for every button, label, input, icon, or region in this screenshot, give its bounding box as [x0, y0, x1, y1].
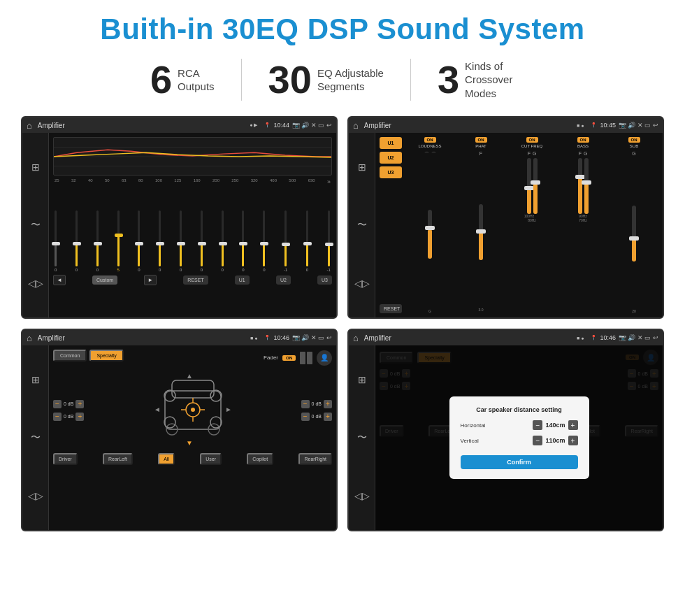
- eq-slider-13: -1: [327, 188, 331, 272]
- status-time-2: 10:45: [600, 122, 616, 129]
- vertical-minus[interactable]: −: [533, 436, 542, 445]
- sidebar-eq-icon-3[interactable]: ⊞: [31, 374, 40, 385]
- svg-text:►: ►: [225, 406, 232, 413]
- tab-common[interactable]: Common: [53, 350, 87, 361]
- location-icon-4: 📍: [591, 335, 597, 341]
- sidebar-wave-icon-3[interactable]: 〜: [31, 431, 41, 444]
- vertical-plus[interactable]: +: [568, 436, 578, 445]
- sidebar-vol-icon-2[interactable]: ◁▷: [354, 278, 370, 289]
- eq-reset-btn[interactable]: RESET: [183, 275, 208, 285]
- btn-copilot[interactable]: Copilot: [247, 453, 273, 465]
- btn-all[interactable]: All: [158, 453, 175, 465]
- svg-text:◄: ◄: [154, 406, 161, 413]
- screen1-content: ⊞ 〜 ◁▷: [22, 133, 336, 317]
- screen-distance: ⌂ Amplifier ■ ● 📍 10:46 📷 🔊 ✕ ▭ ↩ ⊞ 〜 ◁▷: [347, 329, 664, 531]
- btn-rearright[interactable]: RearRight: [298, 453, 332, 465]
- eq-play-btn[interactable]: ►: [144, 275, 157, 285]
- bass-on-badge: ON: [577, 137, 589, 143]
- preset-u2[interactable]: U2: [380, 152, 402, 164]
- home-icon-4[interactable]: ⌂: [353, 333, 359, 343]
- vertical-label: Vertical: [461, 438, 499, 444]
- bottom-left-minus[interactable]: −: [53, 413, 62, 421]
- stat-crossover: 3 Kinds ofCrossover Modes: [411, 59, 561, 101]
- sub-on-badge: ON: [628, 137, 640, 143]
- status-bar-4: ⌂ Amplifier ■ ● 📍 10:46 📷 🔊 ✕ ▭ ↩: [349, 330, 663, 345]
- loudness-slider[interactable]: [428, 210, 432, 259]
- eq-slider-5: 0: [159, 188, 161, 272]
- eq-slider-8: 0: [222, 188, 224, 272]
- sidebar-eq-icon[interactable]: ⊞: [31, 162, 40, 173]
- btn-user[interactable]: User: [200, 453, 222, 465]
- screen3-main: Common Specialty Fader ON 👤: [49, 345, 336, 530]
- sidebar-vol-icon-3[interactable]: ◁▷: [28, 490, 43, 501]
- phat-slider[interactable]: [479, 204, 483, 260]
- horizontal-label: Horizontal: [461, 422, 499, 429]
- home-icon-1[interactable]: ⌂: [27, 120, 32, 131]
- loudness-label: LOUDNESS: [418, 144, 441, 148]
- bass-slider-1[interactable]: [578, 158, 582, 214]
- stat-eq: 30 EQ AdjustableSegments: [242, 60, 410, 99]
- eq-custom-btn[interactable]: Custom: [92, 275, 117, 285]
- svg-rect-4: [172, 380, 214, 398]
- sub-label: SUB: [630, 144, 638, 148]
- eq-u3-btn[interactable]: U3: [317, 275, 332, 285]
- bottom-right-minus[interactable]: −: [301, 413, 310, 421]
- top-right-minus[interactable]: −: [301, 400, 310, 408]
- sidebar-wave-icon[interactable]: 〜: [31, 219, 41, 231]
- btn-driver[interactable]: Driver: [53, 453, 78, 465]
- status-title-3: Amplifier: [38, 334, 247, 342]
- vertical-ctrl: − 110cm +: [533, 436, 577, 445]
- svg-point-14: [210, 390, 222, 401]
- top-left-plus[interactable]: +: [75, 400, 84, 408]
- dot-icons-1: ● ▶: [250, 122, 257, 128]
- confirm-button[interactable]: Confirm: [461, 455, 578, 469]
- top-right-plus[interactable]: +: [324, 400, 332, 408]
- svg-point-15: [164, 417, 175, 428]
- preset-u3[interactable]: U3: [380, 166, 402, 178]
- phat-on-badge: ON: [475, 137, 487, 143]
- fader-bottom-btns: Driver RearLeft All User Copilot RearRig…: [53, 453, 332, 465]
- reset-crossover-btn[interactable]: RESET: [380, 304, 402, 313]
- left-db-controls: − 0 dB + − 0 dB +: [53, 370, 84, 450]
- preset-u1[interactable]: U1: [380, 137, 402, 149]
- screen-crossover: ⌂ Amplifier ■ ● 📍 10:45 📷 🔊 ✕ ▭ ↩ ⊞ 〜 ◁▷…: [347, 116, 664, 319]
- bottom-left-plus[interactable]: +: [75, 413, 84, 421]
- eq-u2-btn[interactable]: U2: [276, 275, 291, 285]
- screen1-sidebar: ⊞ 〜 ◁▷: [22, 133, 49, 317]
- channel-cutfreq: ON CUT FREQ FG: [507, 137, 556, 313]
- eq-prev-btn[interactable]: ◄: [53, 275, 66, 285]
- screen2-content: ⊞ 〜 ◁▷ U1 U2 U3 RESET ON: [349, 133, 663, 317]
- btn-rearleft[interactable]: RearLeft: [103, 453, 133, 465]
- horizontal-minus[interactable]: −: [533, 420, 542, 430]
- sidebar-wave-icon-2[interactable]: 〜: [357, 219, 367, 231]
- sidebar-wave-icon-4[interactable]: 〜: [357, 431, 367, 444]
- horizontal-plus[interactable]: +: [568, 420, 578, 430]
- sidebar-eq-icon-4[interactable]: ⊞: [358, 374, 366, 385]
- bottom-right-plus[interactable]: +: [324, 413, 332, 421]
- person-icon[interactable]: 👤: [317, 350, 332, 366]
- svg-point-8: [191, 408, 195, 412]
- tab-specialty[interactable]: Specialty: [89, 350, 123, 361]
- right-db-controls: − 0 dB + − 0 dB +: [301, 370, 332, 450]
- screen3-content: ⊞ 〜 ◁▷ Common Specialty Fader ON: [22, 345, 336, 530]
- status-title-4: Amplifier: [364, 334, 574, 342]
- sidebar-vol-icon-4[interactable]: ◁▷: [354, 490, 370, 501]
- channel-loudness: ON LOUDNESS ⌒⌒ G: [405, 137, 454, 313]
- screen3-header: Common Specialty Fader ON 👤: [53, 350, 332, 366]
- cutfreq-slider-2[interactable]: [533, 158, 538, 214]
- cutfreq-slider-1[interactable]: [527, 158, 531, 214]
- home-icon-2[interactable]: ⌂: [353, 120, 359, 131]
- sub-slider[interactable]: [632, 206, 636, 262]
- eq-slider-11: -1: [284, 188, 287, 272]
- dialog-overlay: Car speaker distance setting Horizontal …: [375, 345, 663, 530]
- bottom-left-db: − 0 dB +: [53, 413, 84, 421]
- top-left-minus[interactable]: −: [53, 400, 62, 408]
- stat-rca-number: 6: [150, 60, 172, 99]
- sidebar-vol-icon[interactable]: ◁▷: [28, 278, 43, 289]
- bass-slider-2[interactable]: [584, 158, 589, 214]
- sidebar-eq-icon-2[interactable]: ⊞: [358, 162, 366, 173]
- eq-u1-btn[interactable]: U1: [235, 275, 250, 285]
- screen4-content: ⊞ 〜 ◁▷ Common Specialty ON 👤: [349, 345, 663, 530]
- home-icon-3[interactable]: ⌂: [27, 333, 32, 343]
- status-icons-2: 📷 🔊 ✕ ▭ ↩: [619, 122, 658, 129]
